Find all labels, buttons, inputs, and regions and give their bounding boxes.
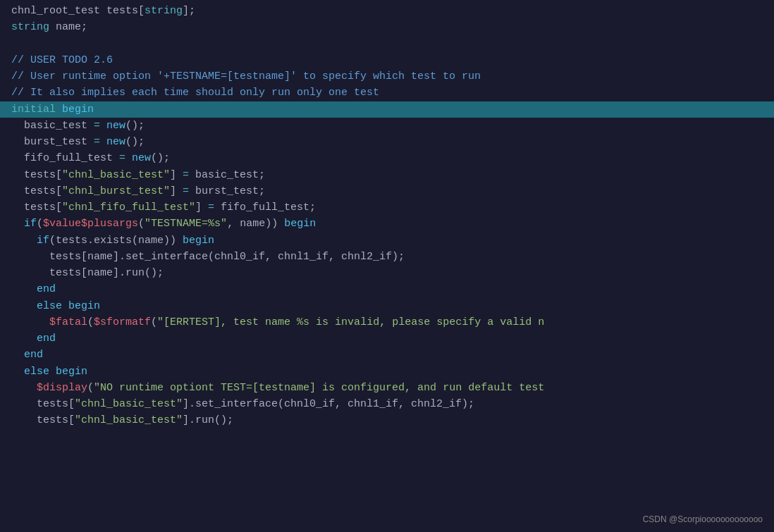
line-14: if($value$plusargs("TESTNAME=%s", name))… <box>0 216 774 232</box>
line-18: end <box>0 281 774 297</box>
line-6: // It also implies each time should only… <box>0 85 774 101</box>
line-22: end <box>0 347 774 363</box>
line-13: tests["chnl_fifo_full_test"] = fifo_full… <box>0 199 774 216</box>
line-16: tests[name].set_interface(chnl0_if, chnl… <box>0 249 774 265</box>
line-19: else begin <box>0 298 774 314</box>
line-26: tests["chnl_basic_test"].run(); <box>0 412 774 428</box>
line-23: else begin <box>0 364 774 380</box>
line-17: tests[name].run(); <box>0 265 774 281</box>
line-1: chnl_root_test tests[string]; <box>0 3 774 19</box>
line-3 <box>0 36 774 52</box>
line-12: tests["chnl_burst_test"] = burst_test; <box>0 183 774 199</box>
line-24: $display("NO runtime optiont TEST=[testn… <box>0 380 774 396</box>
line-21: end <box>0 330 774 347</box>
line-9: burst_test = new(); <box>0 134 774 150</box>
line-4: // USER TODO 2.6 <box>0 52 774 68</box>
line-20: $fatal($sformatf("[ERRTEST], test name %… <box>0 314 774 330</box>
line-15: if(tests.exists(name)) begin <box>0 233 774 249</box>
code-editor: chnl_root_test tests[string]; string nam… <box>0 0 774 532</box>
code-lines: chnl_root_test tests[string]; string nam… <box>0 0 774 432</box>
line-25: tests["chnl_basic_test"].set_interface(c… <box>0 396 774 412</box>
watermark: CSDN @Scorpiooooooooooooo <box>643 513 763 526</box>
line-8: basic_test = new(); <box>0 118 774 134</box>
line-7: initial begin <box>0 101 774 118</box>
line-5: // User runtime option '+TESTNAME=[testn… <box>0 68 774 85</box>
line-10: fifo_full_test = new(); <box>0 150 774 166</box>
line-11: tests["chnl_basic_test"] = basic_test; <box>0 167 774 183</box>
line-2: string name; <box>0 19 774 35</box>
